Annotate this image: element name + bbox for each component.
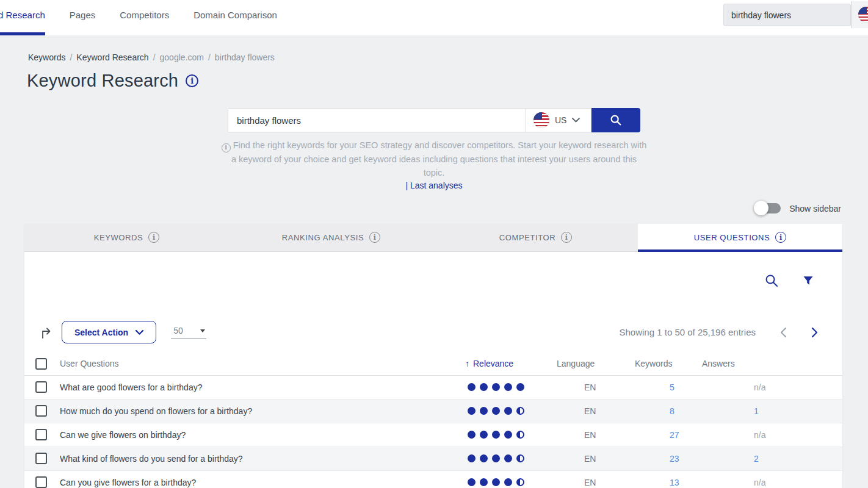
table-filter-button[interactable]: [802, 274, 814, 287]
tab-ranking-analysis[interactable]: RANKING ANALYSISi: [229, 224, 433, 251]
answers-cell[interactable]: 1: [702, 406, 842, 416]
relevance-dot: [468, 383, 476, 391]
breadcrumb-keyword-research[interactable]: Keyword Research: [76, 52, 148, 62]
tab-keywords[interactable]: KEYWORDSi: [24, 224, 229, 251]
tab-competitor[interactable]: COMPETITORi: [433, 224, 638, 251]
show-sidebar-toggle[interactable]: [755, 203, 781, 214]
keywords-count-link[interactable]: 27: [635, 430, 702, 440]
panel-toolbar-icons: [24, 271, 842, 290]
table-row: How much do you spend on flowers for a b…: [24, 400, 842, 423]
keywords-count-link[interactable]: 8: [635, 406, 702, 416]
pagination-next-button[interactable]: [811, 327, 818, 338]
keyword-search-bar: US: [228, 108, 640, 132]
page-size-select[interactable]: 50: [171, 326, 206, 339]
us-flag-icon: [858, 7, 868, 23]
pagination-prev-button[interactable]: [780, 327, 787, 338]
relevance-dots: [465, 478, 557, 486]
breadcrumb-separator: /: [153, 52, 156, 62]
relevance-dot: [516, 383, 524, 391]
relevance-dot: [492, 431, 500, 439]
last-analyses-link[interactable]: | Last analyses: [0, 181, 868, 190]
sidebar-toggle-row: Show sidebar: [0, 201, 841, 216]
column-header-language[interactable]: Language: [557, 359, 635, 368]
keywords-count-link[interactable]: 23: [635, 454, 702, 464]
relevance-dot: [480, 478, 488, 486]
keyword-input[interactable]: [228, 108, 526, 132]
row-checkbox[interactable]: [35, 381, 47, 393]
relevance-dots: [465, 383, 557, 391]
row-checkbox[interactable]: [35, 453, 47, 464]
column-header-user-questions: User Questions: [60, 359, 465, 368]
user-questions-table: User Questions ↑Relevance Language Keywo…: [24, 353, 842, 488]
question-cell: How much do you spend on flowers for a b…: [60, 406, 465, 416]
keyword-search-button[interactable]: [591, 108, 640, 132]
select-all-checkbox[interactable]: [35, 358, 47, 370]
breadcrumb-keyword: birthday flowers: [215, 52, 275, 62]
keywords-count-link[interactable]: 13: [635, 478, 702, 487]
keywords-count-link[interactable]: 5: [635, 382, 702, 392]
nav-item-competitors[interactable]: Competitors: [120, 0, 169, 35]
column-header-relevance[interactable]: ↑Relevance: [465, 359, 557, 368]
info-icon: i: [222, 143, 231, 152]
relevance-dot: [516, 478, 524, 486]
relevance-dot: [516, 454, 524, 462]
relevance-dot: [504, 478, 512, 486]
table-search-button[interactable]: [764, 273, 779, 288]
relevance-dot: [516, 431, 524, 439]
top-language-selector[interactable]: [851, 1, 868, 28]
column-header-answers[interactable]: Answers: [702, 359, 842, 368]
info-icon: i: [148, 232, 159, 243]
nav-item-pages[interactable]: Pages: [70, 0, 96, 35]
relevance-dot: [480, 454, 488, 462]
export-button[interactable]: [40, 326, 53, 339]
breadcrumb-domain: google.com: [160, 52, 204, 62]
title-info-icon[interactable]: i: [186, 74, 198, 87]
country-select[interactable]: US: [526, 108, 591, 132]
table-row: Can we give flowers on birthday? EN 27 n…: [24, 423, 842, 447]
relevance-dot: [468, 454, 476, 462]
question-cell: What are good flowers for a birthday?: [60, 382, 465, 392]
info-icon: i: [775, 232, 786, 243]
tab-user-questions[interactable]: USER QUESTIONSi: [638, 224, 842, 251]
nav-item-domain-comparison[interactable]: Domain Comparison: [193, 0, 277, 35]
chevron-left-icon: [780, 327, 787, 338]
answers-cell[interactable]: 2: [702, 454, 842, 464]
show-sidebar-label: Show sidebar: [789, 204, 841, 214]
question-cell: Can we give flowers on birthday?: [60, 430, 465, 440]
row-checkbox[interactable]: [35, 476, 47, 488]
top-search-input[interactable]: [723, 4, 851, 26]
row-checkbox[interactable]: [35, 405, 47, 417]
toggle-knob: [754, 201, 769, 215]
relevance-dot: [504, 407, 512, 415]
country-code-label: US: [555, 115, 566, 125]
row-checkbox[interactable]: [35, 429, 47, 440]
relevance-dots: [465, 431, 557, 439]
nav-item-keyword-research[interactable]: Keyword Research: [0, 0, 45, 35]
answers-cell[interactable]: n/a: [702, 478, 842, 487]
table-row: What are good flowers for a birthday? EN…: [24, 376, 842, 400]
table-row: What kind of flowers do you send for a b…: [24, 447, 842, 471]
relevance-dot: [492, 478, 500, 486]
relevance-dot: [492, 454, 500, 462]
relevance-dot: [504, 383, 512, 391]
relevance-dot: [468, 407, 476, 415]
breadcrumb-keywords[interactable]: Keywords: [28, 52, 65, 62]
page-title-row: Keyword Research i: [27, 71, 868, 91]
language-cell: EN: [557, 478, 635, 487]
relevance-dot: [468, 478, 476, 486]
language-cell: EN: [557, 382, 635, 392]
language-cell: EN: [557, 430, 635, 440]
select-action-button[interactable]: Select Action: [62, 321, 156, 343]
table-row: Can you give flowers for a birthday? EN …: [24, 471, 842, 488]
page-title: Keyword Research: [27, 71, 178, 91]
relevance-dot: [504, 454, 512, 462]
column-header-keywords[interactable]: Keywords: [635, 359, 702, 368]
answers-cell[interactable]: n/a: [702, 382, 842, 392]
table-header-row: User Questions ↑Relevance Language Keywo…: [24, 353, 842, 376]
answers-cell[interactable]: n/a: [702, 430, 842, 440]
caret-down-icon: [200, 329, 205, 332]
relevance-dot: [492, 383, 500, 391]
showing-entries-text: Showing 1 to 50 of 25,196 entries: [620, 327, 756, 337]
breadcrumb-separator: /: [70, 52, 72, 62]
search-icon: [764, 273, 779, 288]
